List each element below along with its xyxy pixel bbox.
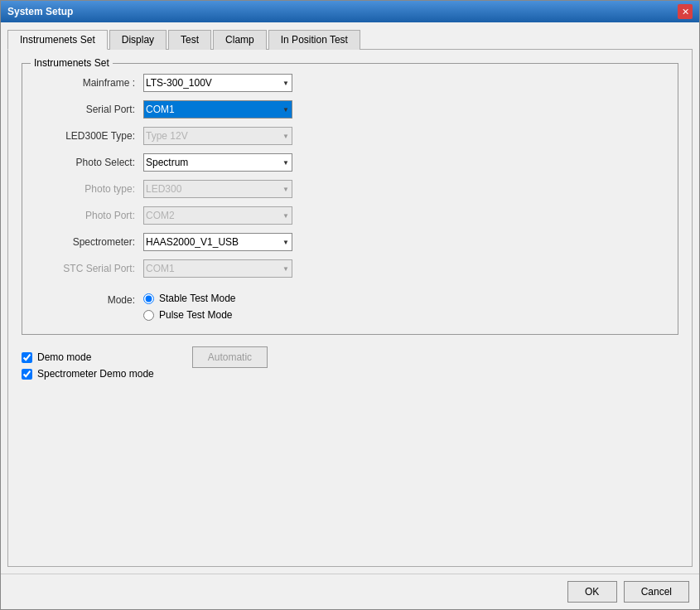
photo-port-select-wrapper: COM2 [143, 206, 292, 225]
spectrometer-label: Spectrometer: [36, 236, 143, 248]
mainframe-label: Mainframe : [36, 77, 143, 89]
mode-label: Mode: [36, 293, 143, 306]
checkboxes-col: Demo mode Spectrometer Demo mode [22, 351, 154, 380]
photo-type-select[interactable]: LED300 [143, 180, 292, 198]
stable-test-mode-row: Stable Test Mode [143, 293, 236, 304]
spectrometer-select-wrapper: HAAS2000_V1_USB None [143, 233, 292, 251]
photo-type-label: Photo type: [36, 183, 143, 195]
stable-test-mode-label: Stable Test Mode [159, 293, 236, 304]
stc-serial-label: STC Serial Port: [36, 263, 143, 274]
tab-in-position-test[interactable]: In Position Test [268, 30, 360, 50]
stc-serial-select-wrapper: COM1 [143, 259, 292, 278]
pulse-test-mode-label: Pulse Test Mode [159, 309, 233, 321]
led300e-row: LED300E Type: Type 12V [36, 127, 664, 145]
serial-port-label: Serial Port: [36, 104, 143, 115]
pulse-test-mode-radio[interactable] [143, 310, 154, 321]
mode-options: Stable Test Mode Pulse Test Mode [143, 293, 236, 321]
close-button[interactable]: ✕ [678, 4, 693, 19]
tab-display[interactable]: Display [109, 30, 167, 50]
demo-mode-row: Demo mode [22, 351, 154, 363]
serial-port-select-wrapper: COM1 COM2 COM3 [143, 100, 292, 119]
stc-serial-select[interactable]: COM1 [143, 259, 292, 278]
group-box-title: Instrumenets Set [31, 57, 113, 69]
spectrometer-select[interactable]: HAAS2000_V1_USB None [143, 233, 292, 251]
spectrometer-row: Spectrometer: HAAS2000_V1_USB None [36, 233, 664, 251]
tab-clamp[interactable]: Clamp [213, 30, 267, 50]
cancel-button[interactable]: Cancel [624, 581, 689, 603]
spectrometer-demo-checkbox[interactable] [22, 369, 32, 380]
footer: OK Cancel [1, 574, 699, 609]
instruments-set-group: Instrumenets Set Mainframe : LTS-300_100… [22, 63, 678, 335]
photo-select[interactable]: Spectrum Photo [143, 153, 292, 172]
pulse-test-mode-row: Pulse Test Mode [143, 309, 236, 321]
mainframe-select[interactable]: LTS-300_100V LTS-300_200V [143, 74, 292, 92]
demo-mode-label: Demo mode [37, 351, 91, 363]
title-bar: System Setup ✕ [1, 1, 699, 22]
tab-instruments-set[interactable]: Instrumenets Set [7, 30, 108, 50]
mainframe-row: Mainframe : LTS-300_100V LTS-300_200V [36, 74, 664, 92]
photo-port-select[interactable]: COM2 [143, 206, 292, 225]
photo-type-row: Photo type: LED300 [36, 180, 664, 198]
photo-type-select-wrapper: LED300 [143, 180, 292, 198]
led300e-select[interactable]: Type 12V [143, 127, 292, 145]
serial-port-select[interactable]: COM1 COM2 COM3 [143, 100, 292, 119]
tab-test[interactable]: Test [168, 30, 211, 50]
ok-button[interactable]: OK [567, 581, 617, 603]
stc-serial-row: STC Serial Port: COM1 [36, 259, 664, 278]
mode-row: Mode: Stable Test Mode Pulse Test Mode [36, 293, 664, 321]
mainframe-select-wrapper: LTS-300_100V LTS-300_200V [143, 74, 292, 92]
tab-content-instruments-set: Instrumenets Set Mainframe : LTS-300_100… [7, 50, 693, 567]
demo-mode-checkbox[interactable] [22, 352, 32, 363]
spectrometer-demo-row: Spectrometer Demo mode [22, 368, 154, 380]
window-title: System Setup [7, 6, 73, 17]
photo-select-label: Photo Select: [36, 157, 143, 168]
spectrometer-demo-label: Spectrometer Demo mode [37, 368, 154, 380]
photo-select-wrapper: Spectrum Photo [143, 153, 292, 172]
bottom-section: Demo mode Spectrometer Demo mode Automat… [22, 345, 678, 383]
system-setup-window: System Setup ✕ Instrumenets Set Display … [0, 0, 700, 610]
tab-bar: Instrumenets Set Display Test Clamp In P… [7, 29, 693, 50]
photo-port-label: Photo Port: [36, 210, 143, 221]
automatic-button[interactable]: Automatic [192, 346, 268, 368]
photo-select-row: Photo Select: Spectrum Photo [36, 153, 664, 172]
photo-port-row: Photo Port: COM2 [36, 206, 664, 225]
content-area: Instrumenets Set Display Test Clamp In P… [1, 22, 699, 574]
led300e-select-wrapper: Type 12V [143, 127, 292, 145]
stable-test-mode-radio[interactable] [143, 293, 154, 304]
serial-port-row: Serial Port: COM1 COM2 COM3 [36, 100, 664, 119]
led300e-label: LED300E Type: [36, 130, 143, 142]
